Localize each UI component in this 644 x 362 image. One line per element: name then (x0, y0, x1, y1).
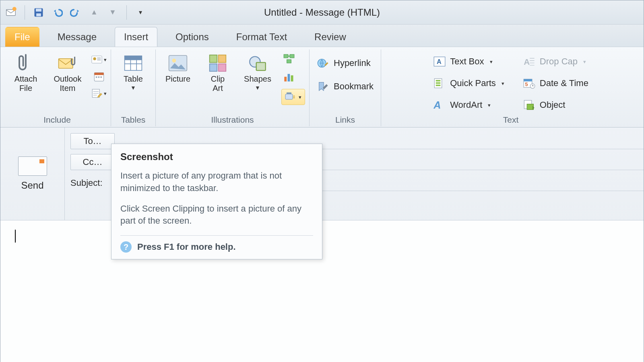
shapes-label: Shapes (244, 74, 271, 84)
svg-rect-22 (210, 64, 217, 72)
bookmark-button[interactable]: Bookmark (314, 78, 377, 95)
drop-cap-button[interactable]: A Drop Cap▾ (520, 53, 592, 70)
tab-message[interactable]: Message (48, 27, 106, 47)
bookmark-label: Bookmark (334, 81, 374, 92)
envelope-clip-icon (58, 53, 77, 73)
svg-rect-4 (36, 13, 41, 16)
svg-rect-39 (436, 82, 441, 84)
quick-parts-button[interactable]: Quick Parts▾ (430, 75, 508, 91)
screenshot-button[interactable]: ▾ (281, 89, 305, 105)
outlook-item-button[interactable]: OutlookItem (50, 51, 86, 93)
smartart-button[interactable] (281, 52, 297, 66)
clip-art-label: ClipArt (211, 74, 225, 93)
text-cursor (15, 230, 16, 243)
undo-icon[interactable] (50, 5, 64, 20)
svg-rect-23 (219, 64, 226, 72)
date-time-label: Date & Time (540, 78, 588, 88)
svg-text:A: A (524, 57, 530, 66)
chart-button[interactable] (281, 70, 297, 84)
svg-point-1 (12, 7, 17, 11)
screenshot-tooltip: Screenshot Insert a picture of any progr… (111, 144, 322, 259)
date-time-button[interactable]: 5 Date & Time (520, 75, 592, 91)
qat-next-icon[interactable]: ▼ (105, 5, 120, 20)
qat-prev-icon[interactable]: ▲ (87, 5, 101, 20)
picture-button[interactable]: Picture (160, 51, 196, 84)
hyperlink-label: Hyperlink (334, 58, 371, 68)
svg-text:A: A (433, 99, 441, 111)
svg-rect-3 (36, 8, 41, 11)
svg-rect-27 (290, 54, 294, 58)
send-column: Send (0, 128, 65, 220)
text-box-icon: A (433, 55, 446, 68)
object-icon (523, 99, 536, 111)
table-button[interactable]: Table ▼ (115, 51, 151, 91)
window-title: Untitled - Message (HTML) (264, 7, 380, 18)
chevron-down-icon: ▼ (255, 84, 260, 91)
svg-rect-38 (436, 80, 441, 81)
picture-icon (168, 53, 188, 73)
outlook-compose-window: ▲ ▼ ▾ Untitled - Message (HTML) File Mes… (0, 0, 644, 362)
clip-art-button[interactable]: ClipArt (202, 51, 234, 93)
svg-rect-28 (287, 60, 291, 63)
hyperlink-button[interactable]: Hyperlink (314, 55, 377, 71)
attach-file-label: AttachFile (14, 74, 37, 93)
group-include: AttachFile OutlookItem ▾ ▾ (4, 49, 111, 126)
tooltip-title: Screenshot (120, 151, 313, 162)
outlook-item-label: OutlookItem (54, 74, 82, 93)
group-illustrations-label: Illustrations (211, 114, 254, 125)
calendar-button[interactable] (91, 70, 107, 83)
svg-rect-13 (98, 76, 100, 78)
to-button[interactable]: To… (70, 133, 115, 149)
subject-label: Subject: (70, 178, 116, 188)
svg-text:A: A (437, 58, 442, 65)
table-label: Table (124, 74, 143, 84)
signature-button[interactable]: ▾ (91, 86, 107, 100)
redo-icon[interactable] (68, 5, 83, 20)
group-tables-label: Tables (121, 114, 146, 125)
svg-rect-40 (436, 84, 441, 86)
group-illustrations: Picture ClipArt Shapes ▼ (156, 49, 310, 126)
group-include-label: Include (43, 114, 71, 125)
wordart-button[interactable]: A WordArt▾ (430, 97, 508, 113)
table-icon (124, 53, 143, 73)
business-card-button[interactable]: ▾ (91, 53, 107, 66)
drop-cap-label: Drop Cap (540, 56, 578, 67)
group-tables: Table ▼ Tables (111, 49, 156, 126)
svg-rect-9 (97, 60, 101, 60)
save-icon[interactable] (31, 5, 46, 20)
attach-file-button[interactable]: AttachFile (8, 51, 44, 93)
object-label: Object (540, 100, 566, 110)
clip-art-icon (208, 53, 227, 73)
svg-text:5: 5 (525, 82, 528, 87)
help-icon: ? (120, 241, 132, 253)
tab-review[interactable]: Review (305, 27, 355, 47)
screenshot-icon (285, 92, 295, 102)
send-label[interactable]: Send (21, 180, 43, 191)
group-text: A Text Box▾ Quick Parts▾ A WordArt▾ A (381, 49, 640, 126)
date-time-icon: 5 (523, 77, 536, 90)
shapes-button[interactable]: Shapes ▼ (239, 51, 276, 91)
tab-file[interactable]: File (5, 27, 39, 47)
send-icon[interactable] (18, 156, 47, 176)
tab-options[interactable]: Options (166, 27, 218, 47)
svg-rect-5 (59, 59, 73, 68)
object-button[interactable]: Object (520, 97, 592, 113)
titlebar: ▲ ▼ ▾ Untitled - Message (HTML) (0, 0, 644, 25)
svg-point-7 (93, 58, 96, 60)
group-links-label: Links (335, 114, 355, 125)
wordart-icon: A (433, 99, 446, 111)
svg-rect-20 (210, 55, 217, 63)
qat-customize-icon[interactable]: ▾ (133, 5, 148, 20)
qat-new-icon[interactable] (4, 5, 18, 20)
tab-insert[interactable]: Insert (115, 27, 157, 47)
svg-rect-32 (285, 94, 293, 99)
chevron-down-icon: ▼ (130, 84, 136, 91)
svg-rect-33 (287, 93, 291, 94)
quick-access-toolbar: ▲ ▼ ▾ (4, 5, 148, 20)
tab-format-text[interactable]: Format Text (227, 27, 296, 47)
text-box-button[interactable]: A Text Box▾ (430, 53, 508, 70)
cc-button[interactable]: Cc… (70, 154, 115, 170)
svg-rect-25 (256, 62, 266, 70)
svg-rect-30 (288, 74, 290, 82)
svg-rect-12 (96, 76, 97, 78)
